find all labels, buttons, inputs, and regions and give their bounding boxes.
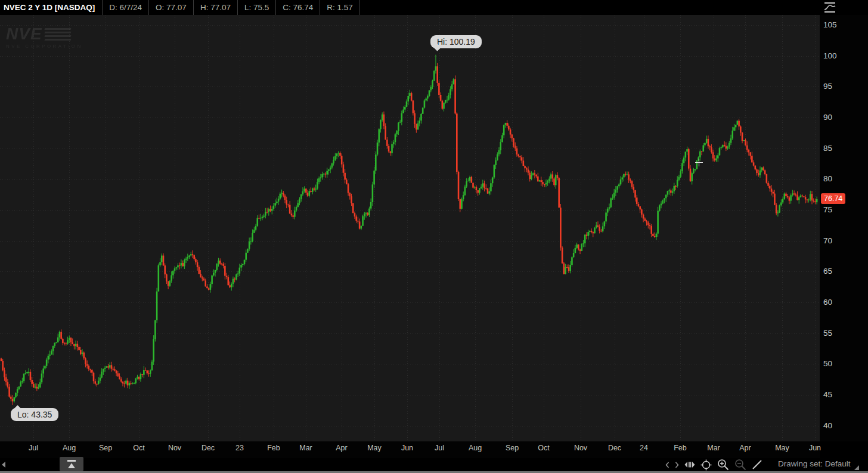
crosshair-mode-button[interactable] [700, 459, 712, 471]
scroll-left-button[interactable] [665, 462, 669, 468]
low-annotation-label: Lo: 43.35 [17, 410, 52, 419]
time-tick-label: Jul [426, 444, 452, 452]
time-tick-label: Apr [328, 444, 355, 452]
ohlc-field-c: C: 76.74 [276, 0, 320, 15]
zoom-in-icon [717, 459, 729, 471]
ohlc-fields: D: 6/7/24O: 77.07H: 77.07L: 75.5C: 76.74… [103, 0, 360, 15]
time-tick-label: Nov [162, 444, 188, 452]
price-tick-label: 75 [823, 205, 832, 214]
symbol-title[interactable]: NVEC 2 Y 1D [NASDAQ] [0, 0, 103, 15]
dock-up-icon [66, 459, 78, 469]
scroll-left-edge-icon[interactable] [1, 460, 7, 469]
time-tick-label: Sep [499, 444, 525, 452]
time-tick-label: Jun [394, 444, 420, 452]
time-tick-label: May [361, 444, 388, 452]
ohlc-field-d: D: 6/7/24 [103, 0, 149, 15]
high-annotation-label: Hi: 100.19 [437, 37, 475, 47]
trendline-icon [752, 459, 762, 470]
line-draw-button[interactable] [752, 459, 762, 470]
scroll-right-button[interactable] [675, 462, 679, 468]
low-annotation-bubble: Lo: 43.35 [11, 408, 58, 421]
price-axis[interactable]: 105100959085807570656055504540 [820, 15, 868, 441]
chart-nav-tools [665, 458, 762, 471]
time-tick-label: May [769, 444, 795, 452]
price-tick-label: 95 [823, 82, 832, 91]
time-tick-label: Sep [92, 444, 119, 452]
time-tick-label: Aug [56, 444, 82, 452]
time-tick-label: 23 [227, 444, 253, 452]
sine-curve-icon [823, 1, 837, 14]
time-tick-label: Mar [293, 444, 319, 452]
ohlc-field-l: L: 75.5 [238, 0, 276, 15]
candlestick-chart-canvas[interactable] [0, 15, 820, 441]
price-tick-label: 90 [823, 113, 832, 122]
last-price-badge: 76.74 [821, 193, 845, 204]
time-tick-label: Apr [732, 444, 758, 452]
price-tick-label: 40 [823, 421, 832, 430]
chevron-left-icon [665, 462, 669, 468]
time-tick-label: Feb [261, 444, 287, 452]
time-tick-label: Dec [602, 444, 628, 452]
zoom-out-button[interactable] [734, 459, 746, 471]
time-tick-label: Aug [462, 444, 488, 452]
time-tick-label: 24 [631, 444, 657, 452]
price-tick-label: 65 [823, 267, 832, 276]
drawing-set-corner-triangle-icon[interactable] [854, 465, 859, 470]
collapse-panel-button[interactable] [60, 457, 83, 471]
chevron-right-icon [675, 462, 679, 468]
time-tick-label: Mar [700, 444, 727, 452]
expand-bars-button[interactable] [684, 461, 695, 468]
drawing-set-selector[interactable]: Drawing set: Default [778, 459, 851, 468]
price-tick-label: 50 [823, 359, 832, 368]
time-tick-label: Jun [802, 444, 828, 452]
chart-application-window: NVEC 2 Y 1D [NASDAQ] D: 6/7/24O: 77.07H:… [0, 0, 868, 473]
price-tick-label: 60 [823, 298, 832, 307]
price-tick-label: 70 [823, 236, 832, 245]
ohlc-field-r: R: 1.57 [320, 0, 360, 15]
time-tick-label: Dec [195, 444, 221, 452]
price-tick-label: 105 [823, 20, 837, 29]
time-axis[interactable]: JulAugSepOctNovDec23FebMarAprMayJunJulAu… [0, 441, 820, 458]
crosshair-target-icon [700, 459, 712, 471]
price-scale-settings-button[interactable] [823, 1, 837, 14]
time-tick-label: Oct [126, 444, 152, 452]
time-tick-label: Feb [667, 444, 693, 452]
price-tick-label: 80 [823, 174, 832, 183]
time-tick-label: Nov [568, 444, 594, 452]
time-tick-label: Jul [20, 444, 46, 452]
zoom-in-button[interactable] [717, 459, 729, 471]
zoom-out-icon [734, 459, 746, 471]
price-tick-label: 45 [823, 390, 832, 399]
ohlc-field-h: H: 77.07 [194, 0, 238, 15]
price-tick-label: 100 [823, 51, 837, 60]
expand-bars-icon [684, 461, 695, 468]
time-tick-label: Oct [531, 444, 557, 452]
price-tick-label: 85 [823, 144, 832, 153]
bottom-toolbar: Drawing set: Default [0, 458, 868, 471]
ohlc-field-o: O: 77.07 [149, 0, 194, 15]
price-tick-label: 55 [823, 329, 832, 338]
chart-header-bar: NVEC 2 Y 1D [NASDAQ] D: 6/7/24O: 77.07H:… [0, 0, 868, 16]
high-annotation-bubble: Hi: 100.19 [430, 35, 482, 48]
